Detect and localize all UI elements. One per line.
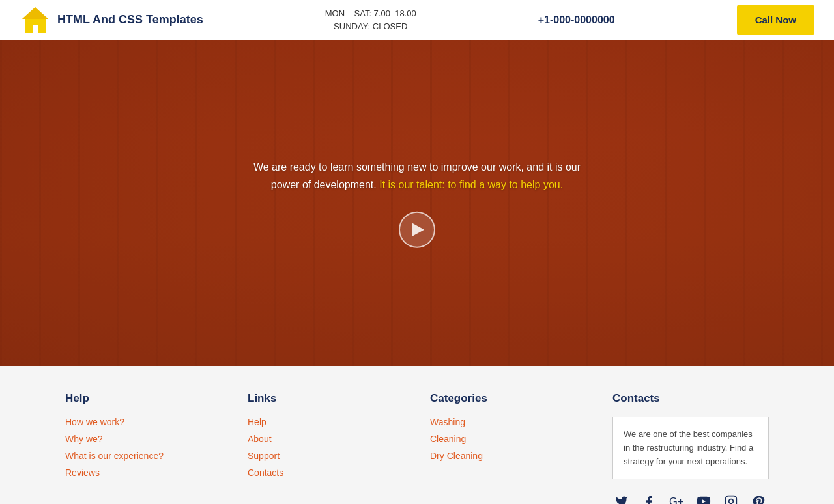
footer-contacts-title: Contacts xyxy=(612,392,769,405)
footer-col-help: Help How we work? Why we? What is our ex… xyxy=(52,392,235,504)
hero-section: We are ready to learn something new to i… xyxy=(0,40,834,366)
schedule-line2: SUNDAY: CLOSED xyxy=(325,20,416,33)
contact-description: We are one of the best companies in the … xyxy=(624,429,753,466)
logo-area: HTML And CSS Templates xyxy=(20,5,203,36)
footer-link-washing[interactable]: Washing xyxy=(430,417,586,427)
footer-link-experience[interactable]: What is our experience? xyxy=(65,451,222,461)
social-icons: G+ xyxy=(612,492,769,504)
footer-link-help[interactable]: Help xyxy=(248,417,404,427)
phone-number: +1-000-0000000 xyxy=(538,14,615,26)
logo-text: HTML And CSS Templates xyxy=(57,13,203,27)
footer-link-support[interactable]: Support xyxy=(248,451,404,461)
footer-link-cleaning[interactable]: Cleaning xyxy=(430,434,586,444)
call-now-button[interactable]: Call Now xyxy=(737,5,814,35)
footer-link-reviews[interactable]: Reviews xyxy=(65,468,222,478)
play-icon xyxy=(412,223,424,236)
svg-marker-1 xyxy=(22,7,48,19)
logo-icon xyxy=(20,5,51,36)
svg-rect-4 xyxy=(726,496,737,504)
footer-link-about[interactable]: About xyxy=(248,434,404,444)
footer-col-categories: Categories Washing Cleaning Dry Cleaning xyxy=(417,392,599,504)
footer-link-why-we[interactable]: Why we? xyxy=(65,434,222,444)
footer: Help How we work? Why we? What is our ex… xyxy=(0,366,834,504)
footer-links-title: Links xyxy=(248,392,404,405)
header: HTML And CSS Templates MON – SAT: 7.00–1… xyxy=(0,0,834,40)
contact-description-box: We are one of the best companies in the … xyxy=(612,417,769,479)
footer-categories-title: Categories xyxy=(430,392,586,405)
youtube-icon[interactable] xyxy=(695,492,713,504)
facebook-icon[interactable] xyxy=(640,492,658,504)
play-button[interactable] xyxy=(399,212,435,248)
hero-text-highlight: It is our talent: to find a way to help … xyxy=(379,179,563,190)
footer-col-contacts: Contacts We are one of the best companie… xyxy=(599,392,782,504)
instagram-icon[interactable] xyxy=(722,492,740,504)
svg-text:G+: G+ xyxy=(669,496,683,504)
hero-content: We are ready to learn something new to i… xyxy=(248,158,586,248)
hero-text: We are ready to learn something new to i… xyxy=(248,158,586,193)
schedule-line1: MON – SAT: 7.00–18.00 xyxy=(325,7,416,20)
twitter-icon[interactable] xyxy=(612,492,631,504)
footer-help-title: Help xyxy=(65,392,222,405)
footer-link-dry-cleaning[interactable]: Dry Cleaning xyxy=(430,451,586,461)
googleplus-icon[interactable]: G+ xyxy=(667,492,685,504)
schedule-info: MON – SAT: 7.00–18.00 SUNDAY: CLOSED xyxy=(325,7,416,33)
footer-col-links: Links Help About Support Contacts xyxy=(235,392,417,504)
footer-link-how-we-work[interactable]: How we work? xyxy=(65,417,222,427)
footer-link-contacts[interactable]: Contacts xyxy=(248,468,404,478)
pinterest-icon[interactable] xyxy=(749,492,768,504)
